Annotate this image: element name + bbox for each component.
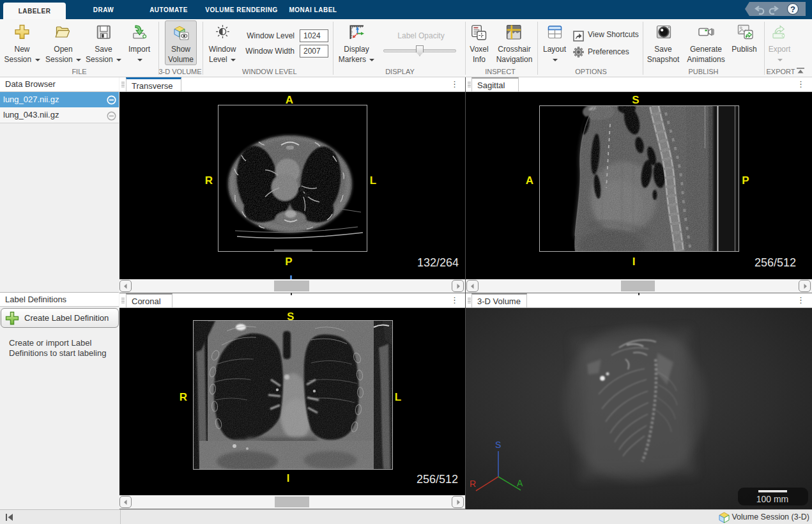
svg-text:R: R [470, 479, 476, 489]
svg-text:?: ? [790, 4, 795, 14]
svg-text:A: A [517, 478, 523, 488]
svg-text:S: S [495, 440, 501, 450]
svg-text:100 mm: 100 mm [756, 494, 789, 504]
